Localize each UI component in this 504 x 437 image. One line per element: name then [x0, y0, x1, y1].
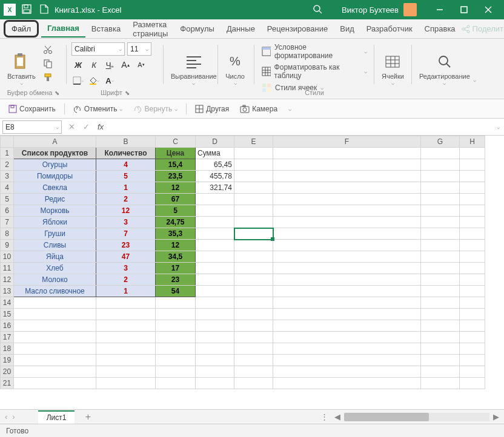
- cell-H3[interactable]: [460, 171, 485, 182]
- col-header-G[interactable]: G: [421, 136, 460, 148]
- cell-C9[interactable]: 12: [156, 240, 196, 251]
- cell-B17[interactable]: [96, 332, 156, 343]
- cell-A16[interactable]: [14, 320, 96, 332]
- select-all-corner[interactable]: [1, 136, 14, 148]
- cell-D5[interactable]: [196, 194, 234, 205]
- paste-button[interactable]: Вставить ⌵: [5, 41, 38, 96]
- col-header-B[interactable]: B: [96, 136, 156, 148]
- cell-E20[interactable]: [234, 366, 273, 378]
- cell-H12[interactable]: [460, 274, 485, 286]
- cell-A21[interactable]: [14, 378, 96, 389]
- cell-F20[interactable]: [273, 366, 421, 378]
- enter-formula-button[interactable]: ✓: [79, 120, 93, 134]
- tab-formulas[interactable]: Формулы: [174, 21, 220, 37]
- cell-C20[interactable]: [156, 366, 196, 378]
- cell-E15[interactable]: [234, 309, 273, 320]
- cell-B11[interactable]: 3: [96, 263, 156, 274]
- cell-B8[interactable]: 7: [96, 228, 156, 240]
- qat-other-button[interactable]: Другая: [191, 104, 233, 114]
- cell-C19[interactable]: [156, 355, 196, 366]
- hscroll-left[interactable]: ◀: [334, 412, 340, 421]
- cell-E5[interactable]: [234, 194, 273, 205]
- cell-E11[interactable]: [234, 263, 273, 274]
- cell-B6[interactable]: 12: [96, 205, 156, 217]
- row-header-18[interactable]: 18: [1, 343, 14, 355]
- cell-H11[interactable]: [460, 263, 485, 274]
- cell-C14[interactable]: [156, 297, 196, 309]
- tab-help[interactable]: Справка: [419, 21, 462, 37]
- cell-E18[interactable]: [234, 343, 273, 355]
- cell-D9[interactable]: [196, 240, 234, 251]
- cell-B7[interactable]: 3: [96, 217, 156, 228]
- col-header-D[interactable]: D: [196, 136, 234, 148]
- cell-G11[interactable]: [421, 263, 460, 274]
- cell-C2[interactable]: 15,4: [156, 159, 196, 171]
- cell-A10[interactable]: Яйца: [14, 251, 96, 263]
- cell-H15[interactable]: [460, 309, 485, 320]
- add-sheet-button[interactable]: +: [81, 412, 95, 422]
- cancel-formula-button[interactable]: ✕: [64, 120, 79, 134]
- cell-C8[interactable]: 35,3: [156, 228, 196, 240]
- cell-D18[interactable]: [196, 343, 234, 355]
- cell-F8[interactable]: [273, 228, 421, 240]
- cell-B9[interactable]: 23: [96, 240, 156, 251]
- format-painter-button[interactable]: [42, 71, 54, 84]
- cell-G7[interactable]: [421, 217, 460, 228]
- cell-H6[interactable]: [460, 205, 485, 217]
- cell-H2[interactable]: [460, 159, 485, 171]
- cell-B16[interactable]: [96, 320, 156, 332]
- cell-C18[interactable]: [156, 343, 196, 355]
- tab-page-layout[interactable]: Разметка страницы: [127, 16, 174, 42]
- cell-E9[interactable]: [234, 240, 273, 251]
- cell-A5[interactable]: Редис: [14, 194, 96, 205]
- cell-G9[interactable]: [421, 240, 460, 251]
- row-header-5[interactable]: 5: [1, 194, 14, 205]
- cell-D21[interactable]: [196, 378, 234, 389]
- tab-data[interactable]: Данные: [220, 21, 261, 37]
- insert-function-button[interactable]: fx: [93, 120, 108, 134]
- cell-H19[interactable]: [460, 355, 485, 366]
- cell-G15[interactable]: [421, 309, 460, 320]
- sheet-nav-next[interactable]: ›: [12, 412, 15, 421]
- cell-H10[interactable]: [460, 251, 485, 263]
- qat-redo-button[interactable]: Вернуть⌵: [130, 104, 181, 114]
- bold-button[interactable]: Ж: [71, 58, 85, 71]
- cell-F16[interactable]: [273, 320, 421, 332]
- cell-B10[interactable]: 47: [96, 251, 156, 263]
- cell-E2[interactable]: [234, 159, 273, 171]
- cell-C12[interactable]: 23: [156, 274, 196, 286]
- qat-undo-button[interactable]: Отменить⌵: [70, 104, 127, 114]
- font-color-button[interactable]: A⌵: [103, 74, 116, 87]
- cell-B4[interactable]: 1: [96, 182, 156, 194]
- cell-E4[interactable]: [234, 182, 273, 194]
- conditional-formatting-button[interactable]: Условное форматирование⌵: [259, 42, 370, 61]
- cell-D11[interactable]: [196, 263, 234, 274]
- cut-button[interactable]: [42, 44, 54, 56]
- sheet-tab-divider[interactable]: ⋮: [320, 412, 328, 421]
- cell-F15[interactable]: [273, 309, 421, 320]
- share-button[interactable]: Поделиться: [462, 24, 504, 33]
- cell-D4[interactable]: 321,74: [196, 182, 234, 194]
- tab-view[interactable]: Вид: [334, 21, 360, 37]
- cell-F12[interactable]: [273, 274, 421, 286]
- cell-B5[interactable]: 2: [96, 194, 156, 205]
- row-header-4[interactable]: 4: [1, 182, 14, 194]
- tab-review[interactable]: Рецензирование: [261, 21, 334, 37]
- row-header-9[interactable]: 9: [1, 240, 14, 251]
- cell-F13[interactable]: [273, 286, 421, 297]
- user-name[interactable]: Виктор Бухтеев: [342, 5, 399, 15]
- cell-F17[interactable]: [273, 332, 421, 343]
- cell-E13[interactable]: [234, 286, 273, 297]
- cell-C17[interactable]: [156, 332, 196, 343]
- copy-button[interactable]: [42, 58, 54, 70]
- cell-H17[interactable]: [460, 332, 485, 343]
- cell-C6[interactable]: 5: [156, 205, 196, 217]
- row-header-6[interactable]: 6: [1, 205, 14, 217]
- search-icon[interactable]: [313, 4, 323, 15]
- row-header-10[interactable]: 10: [1, 251, 14, 263]
- cell-A19[interactable]: [14, 355, 96, 366]
- horizontal-scrollbar[interactable]: [344, 413, 489, 421]
- cell-F5[interactable]: [273, 194, 421, 205]
- row-header-11[interactable]: 11: [1, 263, 14, 274]
- format-as-table-button[interactable]: Форматировать как таблицу⌵: [259, 62, 370, 80]
